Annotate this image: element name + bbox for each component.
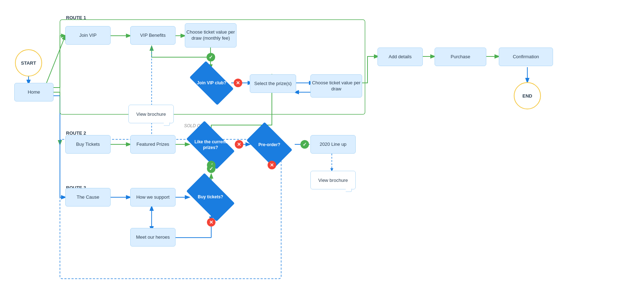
buy-tickets-node: Buy Tickets	[65, 135, 111, 154]
canvas: START END Home ROUTE 1 Join VIP VIP Bene…	[0, 0, 644, 293]
view-brochure-1-node: View brochure	[128, 105, 174, 123]
how-we-support-node: How we support	[130, 188, 176, 207]
lineup-2020-node: 2020 Line up	[310, 135, 356, 154]
svg-rect-29	[60, 139, 281, 279]
choose-ticket-draw-node: Choose ticket value per draw	[310, 74, 362, 98]
end-node: END	[514, 82, 541, 109]
purchase-node: Purchase	[435, 48, 486, 66]
select-prizes-node: Select the prize(s)	[250, 74, 296, 93]
view-brochure-2-node: View brochure	[310, 171, 356, 189]
cross-icon-2: ✕	[235, 140, 243, 149]
add-details-node: Add details	[377, 48, 423, 66]
cross-icon-1: ✕	[234, 79, 242, 87]
cross-icon-4: ✕	[207, 218, 215, 227]
meet-heroes-node: Meet our heroes	[130, 228, 176, 247]
featured-prizes-node: Featured Prizes	[130, 135, 176, 154]
route1-label: ROUTE 1	[66, 15, 86, 20]
vip-benefits-node: VIP Benefits	[130, 26, 176, 45]
buy-tickets-diamond: Buy tickets?	[189, 184, 232, 210]
check-icon-2: ✓	[300, 140, 309, 149]
start-node: START	[15, 49, 42, 76]
home-node: Home	[14, 83, 54, 101]
the-cause-node: The Cause	[65, 188, 111, 207]
preorder-diamond: Pre-order?	[250, 132, 289, 158]
confirmation-node: Confirmation	[499, 48, 553, 66]
check-icon-1: ✓	[207, 53, 215, 61]
check-icon-4: ✓	[207, 164, 215, 173]
join-vip-node: Join VIP	[65, 26, 111, 45]
choose-ticket-vip-fee-node: Choose ticket value per draw (monthly fe…	[185, 23, 237, 48]
like-prizes-diamond: Like the current prizes?	[189, 132, 232, 158]
cross-icon-3: ✕	[268, 161, 276, 169]
join-vip-club-diamond: Join VIP club?	[192, 71, 231, 95]
